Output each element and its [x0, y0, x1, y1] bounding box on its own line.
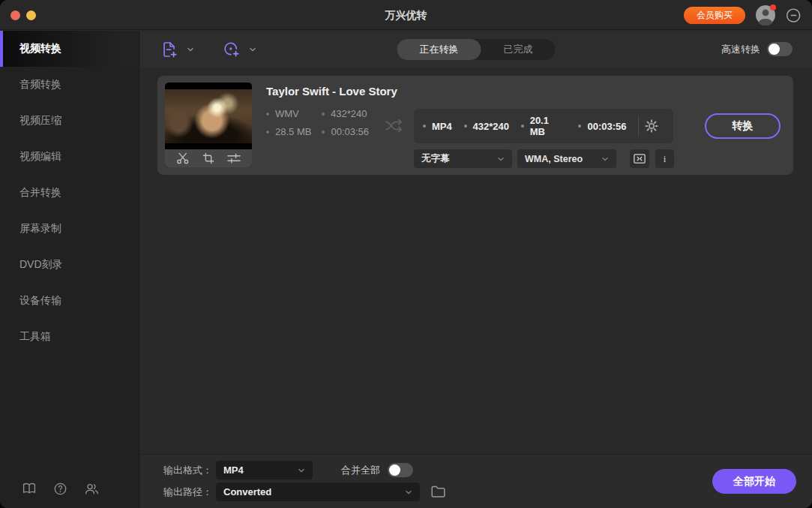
- bullet: [266, 113, 269, 116]
- crop-icon: [202, 152, 214, 164]
- add-disc-icon: [223, 41, 240, 58]
- chevron-down-icon: [497, 157, 505, 161]
- book-icon: [22, 482, 36, 494]
- add-dvd-dropdown-button[interactable]: [247, 44, 258, 55]
- bullet: [423, 125, 426, 128]
- target-size: 20.1 MB: [521, 115, 567, 137]
- start-all-button[interactable]: 全部开始: [712, 469, 796, 494]
- sidebar-item-label: DVD刻录: [19, 258, 63, 272]
- add-dvd-button[interactable]: [221, 38, 241, 61]
- sidebar-item-label: 音频转换: [19, 78, 61, 92]
- bullet: [521, 125, 524, 128]
- help-icon: [54, 482, 67, 495]
- sidebar-item-toolbox[interactable]: 工具箱: [0, 319, 139, 355]
- output-path-dropdown[interactable]: Converted: [216, 482, 420, 501]
- source-duration: 00:03:56: [322, 126, 369, 137]
- app-window: 万兴优转 会员购买 视频转换 音频转换: [0, 0, 812, 508]
- add-file-button[interactable]: [160, 38, 179, 62]
- target-duration: 00:03:56: [578, 121, 626, 132]
- trim-button[interactable]: [176, 152, 190, 164]
- shuffle-icon: [385, 118, 404, 134]
- crop-button[interactable]: [202, 152, 214, 164]
- sidebar-item-dvd-burn[interactable]: DVD刻录: [0, 247, 139, 283]
- sidebar-item-label: 视频编辑: [19, 150, 61, 164]
- bullet: [322, 113, 325, 116]
- source-resolution: 432*240: [322, 108, 367, 119]
- bullet: [464, 125, 467, 128]
- output-path-value: Converted: [223, 486, 271, 497]
- sidebar-item-merge-convert[interactable]: 合并转换: [0, 175, 139, 211]
- feedback-bubble-icon[interactable]: [786, 8, 802, 23]
- source-format: WMV: [266, 108, 311, 119]
- scissors-icon: [176, 152, 190, 164]
- source-meta-row-1: WMV 432*240: [266, 108, 397, 119]
- sidebar-item-video-edit[interactable]: 视频编辑: [0, 139, 139, 175]
- target-format: MP4: [423, 121, 452, 132]
- file-info-button[interactable]: i: [655, 149, 674, 168]
- task-card: Taylor Swift - Love Story WMV 432*240 28…: [157, 76, 793, 175]
- subtitle-dropdown[interactable]: 无字幕: [414, 149, 512, 168]
- source-meta-row-2: 28.5 MB 00:03:56: [266, 126, 397, 137]
- sidebar-item-screen-record[interactable]: 屏幕录制: [0, 211, 139, 247]
- output-path-label: 输出路径：: [163, 482, 212, 501]
- add-file-icon: [161, 41, 178, 59]
- chevron-down-icon: [187, 47, 194, 52]
- membership-purchase-button[interactable]: 会员购买: [684, 7, 745, 24]
- toggle-knob: [769, 44, 780, 55]
- sidebar-bottom-actions: [0, 469, 139, 508]
- chevron-down-icon: [249, 47, 256, 52]
- chevron-down-icon: [298, 468, 305, 473]
- sidebar-item-label: 工具箱: [19, 330, 51, 344]
- users-icon: [85, 483, 99, 494]
- community-button[interactable]: [85, 483, 99, 494]
- effects-button[interactable]: [227, 153, 241, 164]
- video-title: Taylor Swift - Love Story: [266, 85, 397, 98]
- sidebar-item-label: 视频压缩: [19, 114, 61, 128]
- toolbar: 正在转换 已完成 高速转换: [140, 31, 812, 68]
- open-folder-button[interactable]: [431, 485, 445, 497]
- target-resolution: 432*240: [464, 121, 509, 132]
- edit-tools: [165, 149, 252, 167]
- titlebar-actions: 会员购买: [684, 0, 802, 30]
- compress-icon: [634, 154, 646, 164]
- tab-converting[interactable]: 正在转换: [397, 39, 481, 60]
- user-avatar[interactable]: [755, 5, 776, 26]
- video-thumbnail[interactable]: [165, 83, 252, 167]
- sidebar-item-video-compress[interactable]: 视频压缩: [0, 103, 139, 139]
- audio-track-dropdown[interactable]: WMA, Stereo: [517, 149, 616, 168]
- sidebar-item-label: 设备传输: [19, 294, 61, 308]
- convert-button[interactable]: 转换: [705, 113, 781, 139]
- sidebar-item-audio-convert[interactable]: 音频转换: [0, 67, 139, 103]
- bullet: [578, 125, 581, 128]
- audio-dropdown-value: WMA, Stereo: [525, 154, 583, 164]
- compress-button[interactable]: [630, 149, 649, 168]
- high-speed-label: 高速转换: [721, 43, 760, 56]
- merge-all-label: 合并全部: [341, 461, 380, 479]
- video-preview-frame: [165, 89, 252, 143]
- gear-icon: [645, 119, 658, 133]
- convert-direction-indicator: [385, 118, 404, 137]
- help-button[interactable]: [54, 482, 67, 495]
- add-buttons-group: [160, 31, 258, 68]
- sidebar-item-label: 合并转换: [19, 186, 61, 200]
- folder-icon: [431, 485, 445, 497]
- source-size: 28.5 MB: [266, 126, 311, 137]
- output-settings-box: MP4 432*240 20.1 MB 00:03:56: [414, 109, 673, 143]
- adjust-sliders-icon: [227, 153, 241, 164]
- merge-all-toggle[interactable]: [388, 463, 413, 477]
- info-icon: i: [664, 153, 667, 165]
- subtitle-dropdown-value: 无字幕: [421, 152, 450, 165]
- chevron-down-icon: [601, 157, 609, 161]
- sidebar: 视频转换 音频转换 视频压缩 视频编辑 合并转换 屏幕录制 DVD刻录 设备传输…: [0, 31, 139, 508]
- tab-finished[interactable]: 已完成: [481, 39, 556, 60]
- message-icon: [786, 8, 802, 23]
- add-file-dropdown-button[interactable]: [185, 44, 196, 55]
- user-guide-button[interactable]: [22, 482, 36, 494]
- chevron-down-icon: [405, 490, 412, 494]
- output-format-dropdown[interactable]: MP4: [216, 461, 313, 479]
- task-list: Taylor Swift - Love Story WMV 432*240 28…: [140, 68, 812, 454]
- high-speed-toggle[interactable]: [767, 42, 793, 56]
- sidebar-item-video-convert[interactable]: 视频转换: [0, 31, 139, 67]
- sidebar-item-device-transfer[interactable]: 设备传输: [0, 283, 139, 319]
- output-settings-button[interactable]: [639, 119, 664, 133]
